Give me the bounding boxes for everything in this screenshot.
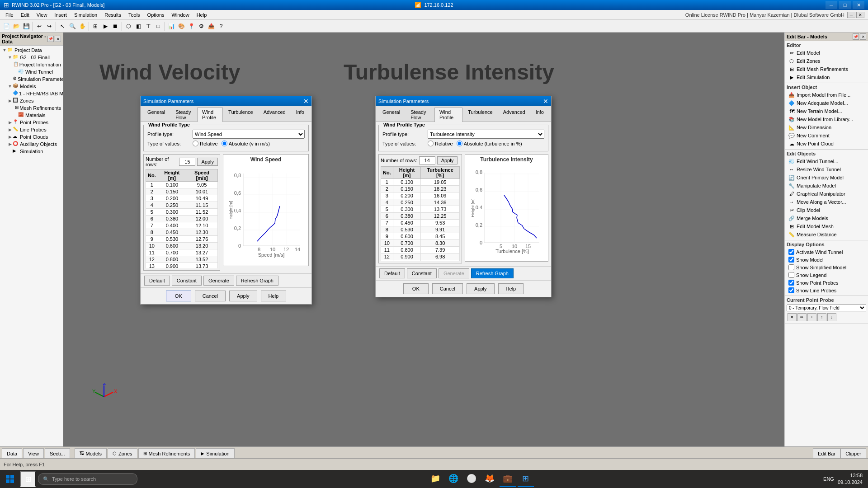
rp-new-library[interactable]: 📚 New Model from Library... (787, 115, 866, 123)
toolbar-save[interactable]: 💾 (22, 22, 31, 31)
maximize-btn[interactable]: □ (839, 1, 851, 9)
tree-sim-params[interactable]: ⚙ Simulation Parameters (12, 75, 62, 83)
toolbar-undo[interactable]: ↩ (35, 22, 44, 31)
wind-tab-advanced[interactable]: Advanced (259, 108, 291, 122)
toolbar-results[interactable]: 📊 (167, 22, 176, 31)
tree-materials[interactable]: 🧱 Materials (12, 112, 62, 119)
rp-edit-model-mesh[interactable]: ⊞ Edit Model Mesh (787, 222, 866, 230)
rp-new-dimension[interactable]: 📐 New Dimension (787, 123, 866, 131)
rp-new-point-cloud[interactable]: ☁ New Point Cloud (787, 140, 866, 148)
wind-rows-input[interactable] (179, 158, 195, 166)
menu-edit[interactable]: Edit (17, 11, 33, 19)
tree-zones[interactable]: ▶ 🔲 Zones (6, 97, 62, 104)
rp-move-vector[interactable]: → Move Along a Vector... (787, 198, 866, 206)
turb-apply-btn[interactable]: Apply (437, 156, 458, 164)
turb-ok-btn[interactable]: OK (403, 283, 429, 294)
toolbar-select[interactable]: ↖ (58, 22, 67, 31)
wind-tab-steady[interactable]: Steady Flow (170, 108, 197, 122)
turb-tab-general[interactable]: General (377, 108, 405, 122)
toolbar-zoom[interactable]: 🔍 (68, 22, 77, 31)
current-probe-select[interactable]: 0 - Temporary, Flow Field (787, 305, 866, 311)
show-point-probes-check[interactable] (788, 280, 794, 286)
toolbar-export[interactable]: 📤 (207, 22, 216, 31)
wind-relative-radio[interactable]: Relative (193, 141, 218, 146)
rp-clip-model[interactable]: ✂ Clip Model (787, 206, 866, 214)
toolbar-front[interactable]: □ (154, 22, 163, 31)
menu-view[interactable]: View (33, 11, 51, 19)
toolbar-color[interactable]: 🎨 (177, 22, 186, 31)
menu-tools[interactable]: Tools (125, 11, 144, 19)
expand-point-clouds[interactable]: ▶ (7, 134, 13, 140)
taskbar-teams[interactable]: 💼 (500, 471, 516, 487)
toolbar-view3d[interactable]: ⬡ (124, 22, 133, 31)
rp-close[interactable]: ✕ (860, 33, 866, 40)
rp-edit-tunnel[interactable]: 💨 Edit Wind Tunnel... (787, 157, 866, 165)
nav-close[interactable]: ✕ (55, 36, 61, 42)
expand-root[interactable]: ▼ (2, 47, 7, 53)
wind-help-btn[interactable]: Help (261, 291, 287, 301)
expand-models[interactable]: ▼ (7, 84, 13, 89)
wind-dialog-close[interactable]: ✕ (303, 98, 309, 104)
tree-point-clouds[interactable]: ▶ ☁ Point Clouds (6, 133, 62, 141)
clipper-tab[interactable]: Clipper (840, 448, 866, 458)
rp-new-adequate[interactable]: 🔷 New Adequate Model... (787, 99, 866, 107)
tree-simulation[interactable]: ▶ Simulation (6, 148, 62, 155)
tree-project-info[interactable]: 📋 Project Information (12, 61, 62, 68)
turb-rows-input[interactable] (419, 156, 435, 164)
taskview-button[interactable]: ⊞ (20, 471, 36, 487)
turb-tab-turbulence[interactable]: Turbulence (463, 108, 498, 122)
turb-tab-info[interactable]: Info (531, 108, 549, 122)
toolbar-pan[interactable]: ✋ (78, 22, 87, 31)
tab-mesh-refinements[interactable]: ⊞ Mesh Refinements (138, 448, 195, 458)
rp-edit-model[interactable]: ✏ Edit Model (787, 49, 866, 57)
menu-file[interactable]: File (2, 11, 17, 19)
search-bar[interactable]: 🔍 Type here to search (38, 473, 137, 485)
show-legend-check[interactable] (788, 272, 794, 278)
tab-section[interactable]: Secti... (45, 448, 70, 458)
toolbar-top[interactable]: ⊤ (144, 22, 153, 31)
wind-tab-general[interactable]: General (142, 108, 170, 122)
toolbar-settings[interactable]: ⚙ (197, 22, 206, 31)
turb-tab-steady[interactable]: Steady Flow (406, 108, 434, 122)
tree-point-probes[interactable]: ▶ 📍 Point Probes (6, 119, 62, 126)
probe-btn-edit[interactable]: ✏ (797, 313, 807, 321)
taskbar-explorer[interactable]: 📁 (427, 471, 443, 487)
rp-resize-tunnel[interactable]: ↔ Resize Wind Tunnel (787, 165, 866, 174)
wind-apply-btn[interactable]: Apply (197, 158, 218, 166)
rp-graphical-manip[interactable]: 🖊 Graphical Manipulator (787, 190, 866, 198)
tree-wind-tunnel[interactable]: 💨 Wind Tunnel (12, 68, 62, 75)
tab-zones[interactable]: ⬡ Zones (108, 448, 137, 458)
probe-btn-up[interactable]: ↑ (817, 313, 826, 321)
toolbar-redo[interactable]: ↪ (45, 22, 54, 31)
wind-tab-profile[interactable]: Wind Profile (197, 108, 223, 122)
menu-results[interactable]: Results (101, 11, 125, 19)
turb-apply-footer-btn[interactable]: Apply (467, 283, 495, 294)
wind-absolute-radio[interactable]: Absolute (v in m/s) (222, 141, 270, 146)
activate-tunnel-check[interactable] (788, 249, 794, 255)
wind-generate-btn[interactable]: Generate (203, 276, 234, 286)
edit-bar-tab[interactable]: Edit Bar (813, 448, 840, 458)
wind-tab-turbulence[interactable]: Turbulence (223, 108, 258, 122)
toolbar-stop[interactable]: ⏹ (111, 22, 120, 31)
menu-simulation[interactable]: Simulation (71, 11, 101, 19)
turb-constant-btn[interactable]: Constant (407, 268, 437, 278)
wind-profile-type-select[interactable]: Wind Speed (193, 130, 305, 139)
rp-edit-mesh[interactable]: ⊞ Edit Mesh Refinements (787, 65, 866, 73)
toolbar-mesh[interactable]: ⊞ (91, 22, 100, 31)
rp-merge-models[interactable]: 🔗 Merge Models (787, 214, 866, 222)
probe-btn-add[interactable]: + (807, 313, 816, 321)
toolbar-new[interactable]: 📄 (2, 22, 11, 31)
expand-line-probes[interactable]: ▶ (7, 127, 13, 132)
menu-window[interactable]: Window (168, 11, 193, 19)
turb-absolute-radio[interactable]: Absolute (turbulence in %) (457, 141, 522, 146)
nav-pin[interactable]: 📌 (47, 36, 54, 42)
tab-view[interactable]: View (23, 448, 44, 458)
tree-models[interactable]: ▼ 📦 Models (6, 83, 62, 90)
probe-btn-down[interactable]: ↓ (827, 313, 836, 321)
wind-ok-btn[interactable]: OK (166, 291, 191, 301)
rp-edit-sim[interactable]: ▶ Edit Simulation (787, 73, 866, 81)
toolbar-run[interactable]: ▶ (101, 22, 110, 31)
wind-cancel-btn[interactable]: Cancel (195, 291, 226, 301)
turb-refresh-btn[interactable]: Refresh Graph (471, 268, 514, 278)
turb-tab-advanced[interactable]: Advanced (498, 108, 530, 122)
